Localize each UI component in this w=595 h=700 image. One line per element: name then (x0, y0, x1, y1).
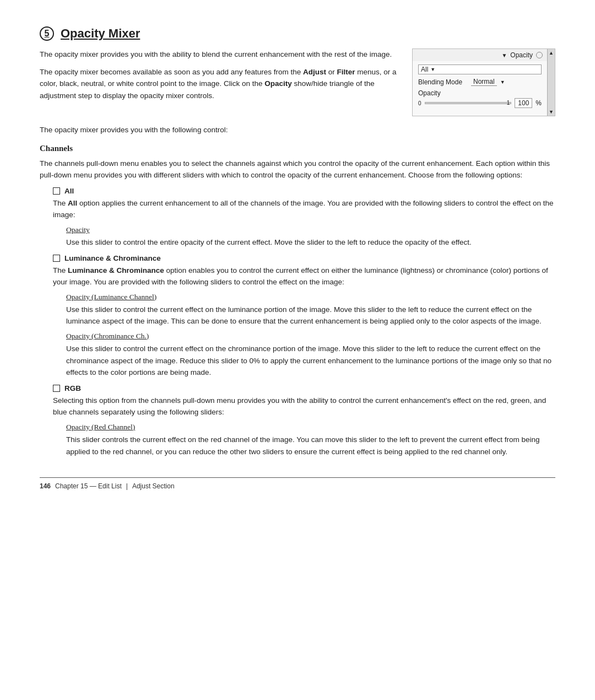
panel-inner: ▼ Opacity All ▼ Blending Mode (413, 49, 547, 116)
sub-red-ch-body: This slider controls the current effect … (66, 434, 555, 457)
section-number: 5 (40, 26, 54, 41)
ui-panel: ▼ Opacity All ▼ Blending Mode (412, 49, 555, 116)
sub-chrominance-ch-body: Use this slider to control the current e… (66, 343, 555, 379)
all-select[interactable]: All ▼ (418, 64, 542, 74)
bullet-all: All The All option applies the current e… (40, 187, 555, 249)
intro-section: The opacity mixer provides you with the … (40, 49, 555, 116)
page-title: 5 Opacity Mixer (40, 26, 555, 41)
opacity-arrow-icon: ▼ (501, 52, 507, 58)
bullet-rgb-body: Selecting this option from the channels … (53, 395, 555, 418)
all-select-arrow: ▼ (430, 67, 435, 72)
bullet-all-label: All (53, 187, 555, 195)
sub-opacity: Opacity Use this slider to control the e… (53, 225, 555, 249)
panel-title-label: Opacity (510, 51, 533, 59)
opacity-value-box[interactable]: 100 (515, 98, 532, 108)
blending-mode-row: Blending Mode Normal ▼ (418, 78, 542, 86)
opacity-label: Opacity (418, 89, 542, 97)
intro-text: The opacity mixer provides you with the … (40, 49, 399, 116)
bullet-rgb: RGB Selecting this option from the chann… (40, 384, 555, 457)
scroll-down-icon[interactable]: ▼ (549, 109, 554, 115)
opacity-pct: % (536, 99, 542, 107)
opacity-slider[interactable]: 1 (425, 102, 512, 104)
bullet-all-text: All (64, 187, 74, 195)
bullet-rgb-label: RGB (53, 384, 555, 392)
scrollbar[interactable]: ▲ ▼ (547, 49, 555, 116)
checkbox-luminance-icon (53, 255, 60, 262)
bullet-luminance-label: Luminance & Chrominance (53, 254, 555, 262)
footer-section: Adjust Section (132, 482, 175, 490)
footer-chapter: Chapter 15 — Edit List (55, 482, 122, 490)
page-title-text: Opacity Mixer (61, 26, 140, 41)
checkbox-rgb-icon (53, 385, 60, 392)
all-select-label: All (421, 66, 428, 73)
sub-red-ch-heading: Opacity (Red Channel) (66, 423, 555, 432)
opacity-row: Opacity 0 1 100 % (418, 89, 542, 108)
channels-heading: Channels (40, 144, 555, 153)
checkbox-all-icon (53, 187, 60, 195)
footer-separator: | (126, 482, 128, 490)
sub-luminance-ch-heading: Opacity (Luminance Channel) (66, 293, 555, 301)
opacity-slider-row: 0 1 100 % (418, 98, 542, 108)
intro-para-2: The opacity mixer becomes available as s… (40, 66, 399, 102)
bullet-luminance-text: Luminance & Chrominance (64, 254, 161, 262)
panel-body: All ▼ Blending Mode Normal ▼ Opacity (413, 61, 547, 116)
sub-opacity-body: Use this slider to control the entire op… (66, 236, 555, 249)
bullet-luminance-body: The Luminance & Chrominance option enabl… (53, 265, 555, 288)
bullet-rgb-text: RGB (64, 384, 81, 392)
footer-page-num: 146 (40, 482, 51, 490)
sub-opacity-heading: Opacity (66, 225, 555, 234)
sub-luminance-ch-body: Use this slider to control the current e… (66, 304, 555, 327)
channels-desc: The channels pull-down menu enables you … (40, 158, 555, 181)
sub-luminance-ch: Opacity (Luminance Channel) Use this sli… (53, 293, 555, 327)
bullet-luminance: Luminance & Chrominance The Luminance & … (40, 254, 555, 379)
slider-marker: 1 (507, 100, 510, 106)
blending-mode-value: Normal (471, 78, 497, 86)
all-row: All ▼ (418, 64, 542, 74)
footer: 146 Chapter 15 — Edit List | Adjust Sect… (40, 477, 555, 494)
sub-chrominance-ch: Opacity (Chrominance Ch.) Use this slide… (53, 332, 555, 379)
bullet-all-body: The All option applies the current enhan… (53, 197, 555, 221)
following-text: The opacity mixer provides you with the … (40, 124, 555, 136)
blending-mode-arrow-icon[interactable]: ▼ (500, 79, 505, 85)
panel-body-scroll: ▼ Opacity All ▼ Blending Mode (413, 49, 555, 116)
sub-red-ch: Opacity (Red Channel) This slider contro… (53, 423, 555, 457)
panel-radio[interactable] (536, 52, 543, 58)
intro-para-1: The opacity mixer provides you with the … (40, 49, 399, 61)
scroll-up-icon[interactable]: ▲ (549, 50, 554, 56)
panel-titlebar: ▼ Opacity (413, 49, 547, 61)
sub-chrominance-ch-heading: Opacity (Chrominance Ch.) (66, 332, 555, 341)
slider-min-label: 0 (418, 100, 421, 106)
blending-mode-label: Blending Mode (418, 78, 468, 86)
